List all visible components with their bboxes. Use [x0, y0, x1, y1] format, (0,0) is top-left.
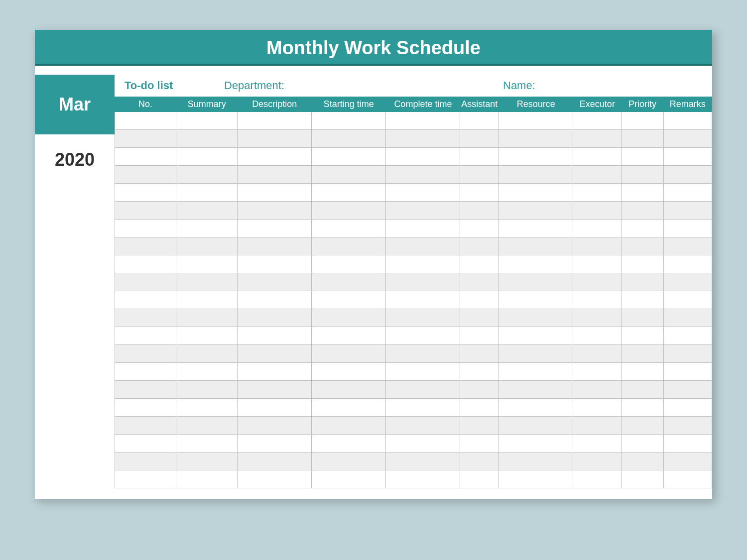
table-cell[interactable]: [663, 381, 712, 399]
table-cell[interactable]: [386, 381, 460, 399]
table-cell[interactable]: [622, 273, 663, 291]
table-cell[interactable]: [386, 470, 460, 488]
table-cell[interactable]: [386, 273, 460, 291]
table-cell[interactable]: [460, 345, 499, 363]
table-cell[interactable]: [663, 130, 712, 148]
table-cell[interactable]: [176, 273, 238, 291]
table-cell[interactable]: [622, 363, 663, 381]
table-cell[interactable]: [312, 220, 386, 237]
table-cell[interactable]: [238, 345, 312, 363]
table-cell[interactable]: [176, 345, 238, 363]
table-cell[interactable]: [115, 184, 176, 202]
table-cell[interactable]: [312, 363, 386, 381]
table-cell[interactable]: [663, 255, 712, 273]
table-cell[interactable]: [460, 291, 499, 309]
table-cell[interactable]: [312, 452, 386, 470]
table-cell[interactable]: [238, 130, 312, 148]
table-cell[interactable]: [622, 255, 663, 273]
table-cell[interactable]: [176, 166, 238, 184]
table-cell[interactable]: [573, 309, 622, 327]
table-cell[interactable]: [386, 291, 460, 309]
table-cell[interactable]: [663, 148, 712, 166]
table-cell[interactable]: [622, 345, 663, 363]
table-cell[interactable]: [460, 166, 499, 184]
table-cell[interactable]: [312, 417, 386, 435]
table-cell[interactable]: [115, 435, 176, 452]
table-cell[interactable]: [622, 470, 663, 488]
table-cell[interactable]: [499, 184, 573, 202]
table-cell[interactable]: [622, 399, 663, 417]
table-cell[interactable]: [312, 112, 386, 130]
table-cell[interactable]: [115, 363, 176, 381]
table-cell[interactable]: [115, 381, 176, 399]
table-cell[interactable]: [663, 399, 712, 417]
table-cell[interactable]: [312, 345, 386, 363]
table-cell[interactable]: [663, 166, 712, 184]
table-cell[interactable]: [238, 166, 312, 184]
table-cell[interactable]: [663, 435, 712, 452]
table-cell[interactable]: [499, 130, 573, 148]
table-cell[interactable]: [176, 130, 238, 148]
table-cell[interactable]: [499, 202, 573, 220]
table-cell[interactable]: [312, 148, 386, 166]
table-cell[interactable]: [622, 130, 663, 148]
table-cell[interactable]: [663, 112, 712, 130]
table-cell[interactable]: [622, 435, 663, 452]
table-cell[interactable]: [460, 417, 499, 435]
table-cell[interactable]: [176, 363, 238, 381]
table-cell[interactable]: [573, 202, 622, 220]
table-cell[interactable]: [176, 309, 238, 327]
table-cell[interactable]: [176, 399, 238, 417]
table-cell[interactable]: [499, 381, 573, 399]
table-cell[interactable]: [460, 381, 499, 399]
table-cell[interactable]: [312, 237, 386, 255]
table-cell[interactable]: [499, 363, 573, 381]
table-cell[interactable]: [238, 452, 312, 470]
table-cell[interactable]: [312, 202, 386, 220]
table-cell[interactable]: [312, 470, 386, 488]
table-cell[interactable]: [573, 112, 622, 130]
table-cell[interactable]: [238, 381, 312, 399]
table-cell[interactable]: [573, 345, 622, 363]
table-cell[interactable]: [499, 435, 573, 452]
table-cell[interactable]: [312, 327, 386, 345]
table-cell[interactable]: [386, 327, 460, 345]
table-cell[interactable]: [663, 345, 712, 363]
table-cell[interactable]: [499, 417, 573, 435]
table-cell[interactable]: [115, 166, 176, 184]
table-cell[interactable]: [176, 184, 238, 202]
table-cell[interactable]: [115, 237, 176, 255]
table-cell[interactable]: [573, 327, 622, 345]
table-cell[interactable]: [386, 184, 460, 202]
table-cell[interactable]: [622, 327, 663, 345]
table-cell[interactable]: [312, 381, 386, 399]
table-cell[interactable]: [238, 363, 312, 381]
table-cell[interactable]: [573, 381, 622, 399]
table-cell[interactable]: [238, 417, 312, 435]
table-cell[interactable]: [663, 327, 712, 345]
table-cell[interactable]: [176, 237, 238, 255]
table-cell[interactable]: [238, 112, 312, 130]
table-cell[interactable]: [386, 237, 460, 255]
table-cell[interactable]: [238, 435, 312, 452]
table-cell[interactable]: [460, 112, 499, 130]
table-cell[interactable]: [622, 417, 663, 435]
table-cell[interactable]: [312, 291, 386, 309]
table-cell[interactable]: [386, 417, 460, 435]
table-cell[interactable]: [622, 381, 663, 399]
table-cell[interactable]: [663, 309, 712, 327]
table-cell[interactable]: [573, 166, 622, 184]
table-cell[interactable]: [115, 452, 176, 470]
table-cell[interactable]: [573, 417, 622, 435]
table-cell[interactable]: [386, 255, 460, 273]
table-cell[interactable]: [622, 148, 663, 166]
table-cell[interactable]: [499, 255, 573, 273]
table-cell[interactable]: [176, 255, 238, 273]
table-cell[interactable]: [115, 309, 176, 327]
table-cell[interactable]: [499, 309, 573, 327]
table-cell[interactable]: [499, 220, 573, 237]
table-cell[interactable]: [176, 452, 238, 470]
table-cell[interactable]: [312, 435, 386, 452]
table-cell[interactable]: [663, 291, 712, 309]
table-cell[interactable]: [499, 345, 573, 363]
